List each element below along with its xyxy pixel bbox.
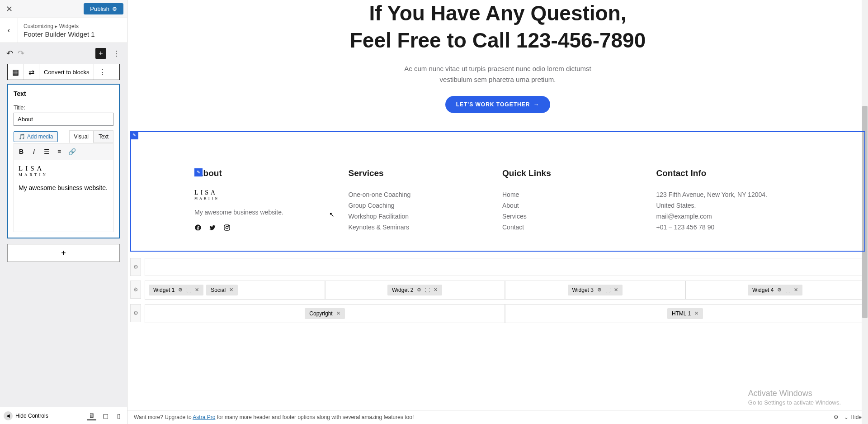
footer-builder: ⚙ ⚙ Widget 1 ⚙ ⛶ ✕ Social [130,258,865,328]
widget-chip[interactable]: Widget 1 ⚙ ⛶ ✕ [149,285,203,295]
footer-quicklinks-column: Quick Links Home About Services Contact [502,168,647,233]
list-item: +01 – 123 456 78 90 [656,222,802,233]
hide-builder-button[interactable]: ⌄ Hide [844,414,862,420]
widget-type-label: Text [14,90,113,97]
block-type-icon[interactable]: ▦ [8,64,24,80]
desktop-view-button[interactable]: 🖥 [87,411,96,420]
contact-heading: Contact Info [656,168,802,178]
cta-button[interactable]: LET'S WORK TOGETHER → [445,96,551,113]
preview-pane: If You Have Any Question, Feel Free to C… [127,0,868,424]
convert-to-blocks-button[interactable]: Convert to blocks [39,64,94,80]
bold-button[interactable]: B [16,146,27,157]
row-settings-icon[interactable]: ⚙ [130,304,141,322]
list-item[interactable]: Keynotes & Seminars [349,222,494,233]
list-item[interactable]: mail@example.com [656,211,802,222]
chevron-down-icon: ⌄ [844,414,849,420]
format-toolbar: B I ☰ ≡ 🔗 [14,143,113,160]
footer-contact-column: Contact Info 123 Fifth Avenue, New York,… [656,168,802,233]
block-move-icon[interactable]: ⇄ [24,64,39,80]
expand-icon[interactable]: ⛶ [425,287,430,293]
list-item[interactable]: About [502,200,647,211]
list-item: United States. [656,200,802,211]
panel-title: Footer Builder Widget 1 [24,30,95,38]
close-icon[interactable]: ✕ [336,310,340,316]
svg-point-1 [226,226,228,229]
builder-settings-icon[interactable]: ⚙ [834,414,839,420]
widget-editor-panel: Text Title: 🎵 Add media Visual Text B I … [7,84,120,238]
row-settings-icon[interactable]: ⚙ [130,258,141,276]
builder-cell[interactable] [145,258,865,276]
list-item[interactable]: Group Coaching [349,200,494,211]
gear-icon[interactable]: ⚙ [178,287,183,293]
back-button[interactable]: ‹ [0,18,18,43]
close-icon[interactable]: ✕ [694,310,698,316]
block-more-button[interactable]: ⋮ [94,64,110,80]
expand-icon[interactable]: ⛶ [186,287,191,293]
bullet-list-button[interactable]: ☰ [41,146,52,157]
footer-services-column: Services One-on-one Coaching Group Coach… [349,168,494,233]
builder-cell[interactable]: Widget 4 ⚙ ⛶ ✕ [685,281,866,300]
list-item[interactable]: Workshop Facilitation [349,211,494,222]
gear-icon[interactable]: ⚙ [777,287,782,293]
sidebar-footer: ◀ Hide Controls 🖥 ▢ ▯ [0,407,127,424]
widget-chip[interactable]: Widget 2 ⚙ ⛶ ✕ [387,285,442,295]
instagram-icon[interactable] [223,224,231,231]
close-icon[interactable]: ✕ [195,287,199,293]
visual-tab[interactable]: Visual [69,130,94,143]
list-item[interactable]: Services [502,211,647,222]
services-heading: Services [349,168,494,178]
editor-body[interactable]: LISA MARTIN My awesome business website. [14,160,113,232]
block-toolbar: ▦ ⇄ Convert to blocks ⋮ [7,64,120,80]
close-icon[interactable]: ✕ [794,287,798,293]
widget-chip[interactable]: Social ✕ [206,285,238,295]
numbered-list-button[interactable]: ≡ [54,146,65,157]
twitter-icon[interactable] [209,224,216,231]
footer-section: ✎ ✎ About LISA MARTIN My awesome busines… [130,131,865,252]
list-item[interactable]: One-on-one Coaching [349,189,494,200]
widget-chip[interactable]: HTML 1 ✕ [667,308,703,319]
footer-logo-main: LISA [194,189,340,196]
undo-button[interactable]: ↶ [5,48,14,59]
gear-icon[interactable]: ⚙ [597,287,602,293]
astra-pro-link[interactable]: Astra Pro [193,414,215,420]
close-button[interactable]: ✕ [0,0,18,18]
add-block-button[interactable]: + [95,48,106,59]
widget-chip[interactable]: Widget 4 ⚙ ⛶ ✕ [748,285,802,295]
list-item[interactable]: Home [502,189,647,200]
builder-cell[interactable]: Widget 3 ⚙ ⛶ ✕ [505,281,685,300]
hero-description: Ac cum nunc vitae ut turpis praesent nun… [146,63,850,85]
widget-chip[interactable]: Widget 3 ⚙ ⛶ ✕ [568,285,623,295]
more-options-button[interactable]: ⋮ [111,48,122,59]
title-input[interactable] [14,113,113,126]
link-button[interactable]: 🔗 [66,146,77,157]
text-tab[interactable]: Text [94,130,113,143]
add-media-button[interactable]: 🎵 Add media [14,131,58,142]
hide-controls-button[interactable]: ◀ Hide Controls [4,411,48,420]
gear-icon[interactable]: ⚙ [417,287,421,293]
redo-button[interactable]: ↷ [17,48,25,59]
collapse-icon: ◀ [4,411,13,420]
expand-icon[interactable]: ⛶ [785,287,790,293]
list-item[interactable]: Contact [502,222,647,233]
builder-cell[interactable]: Widget 2 ⚙ ⛶ ✕ [325,281,505,300]
facebook-icon[interactable] [194,224,202,231]
upgrade-text: Want more? Upgrade to Astra Pro for many… [134,414,414,420]
close-icon[interactable]: ✕ [614,287,618,293]
close-icon[interactable]: ✕ [229,287,233,293]
widget-chip[interactable]: Copyright ✕ [305,308,344,319]
builder-cell[interactable]: Widget 1 ⚙ ⛶ ✕ Social ✕ [145,281,325,300]
close-icon[interactable]: ✕ [434,287,438,293]
add-widget-button[interactable]: + [7,244,120,262]
edit-section-icon[interactable]: ✎ [130,131,138,139]
edit-widget-icon[interactable]: ✎ [194,168,203,176]
media-icon: 🎵 [19,133,25,140]
sidebar-header: ✕ Publish ⚙ [0,0,127,18]
tablet-view-button[interactable]: ▢ [101,411,110,420]
row-settings-icon[interactable]: ⚙ [130,281,141,299]
builder-cell[interactable]: Copyright ✕ [145,304,505,323]
publish-button[interactable]: Publish ⚙ [84,3,123,14]
builder-cell[interactable]: HTML 1 ✕ [505,304,865,323]
italic-button[interactable]: I [28,146,39,157]
expand-icon[interactable]: ⛶ [605,287,610,293]
mobile-view-button[interactable]: ▯ [114,411,123,420]
